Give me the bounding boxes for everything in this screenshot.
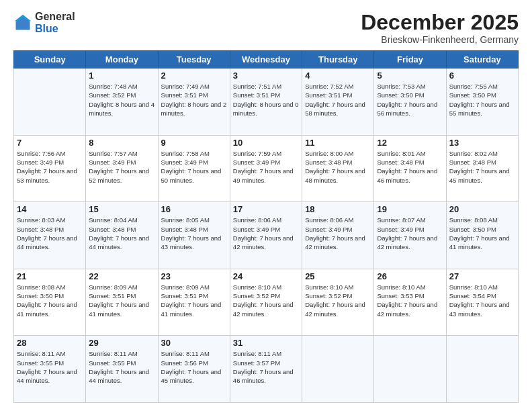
cell-w5-d4: 31Sunrise: 8:11 AM Sunset: 3:57 PM Dayli… xyxy=(230,336,302,403)
cell-w5-d5 xyxy=(302,336,374,403)
day-info-9: Sunrise: 7:58 AM Sunset: 3:49 PM Dayligh… xyxy=(161,149,227,185)
cell-w1-d1 xyxy=(14,68,86,136)
day-number-11: 11 xyxy=(305,138,371,148)
day-info-26: Sunrise: 8:10 AM Sunset: 3:53 PM Dayligh… xyxy=(377,283,443,318)
day-number-25: 25 xyxy=(305,271,371,281)
cell-w2-d7: 13Sunrise: 8:02 AM Sunset: 3:48 PM Dayli… xyxy=(446,135,518,202)
col-thursday: Thursday xyxy=(302,51,374,68)
day-number-18: 18 xyxy=(305,204,371,214)
day-info-17: Sunrise: 8:06 AM Sunset: 3:49 PM Dayligh… xyxy=(233,216,299,251)
cell-w1-d3: 2Sunrise: 7:49 AM Sunset: 3:51 PM Daylig… xyxy=(158,68,230,136)
day-info-24: Sunrise: 8:10 AM Sunset: 3:52 PM Dayligh… xyxy=(233,283,299,318)
col-tuesday: Tuesday xyxy=(158,51,230,68)
day-info-13: Sunrise: 8:02 AM Sunset: 3:48 PM Dayligh… xyxy=(449,149,515,185)
col-monday: Monday xyxy=(86,51,158,68)
day-info-29: Sunrise: 8:11 AM Sunset: 3:55 PM Dayligh… xyxy=(89,349,154,385)
cell-w4-d5: 25Sunrise: 8:10 AM Sunset: 3:52 PM Dayli… xyxy=(302,269,374,336)
day-number-30: 30 xyxy=(161,338,227,348)
day-info-12: Sunrise: 8:01 AM Sunset: 3:48 PM Dayligh… xyxy=(377,149,443,185)
day-info-25: Sunrise: 8:10 AM Sunset: 3:52 PM Dayligh… xyxy=(305,283,371,318)
cell-w4-d3: 23Sunrise: 8:09 AM Sunset: 3:51 PM Dayli… xyxy=(158,269,230,336)
cell-w4-d1: 21Sunrise: 8:08 AM Sunset: 3:50 PM Dayli… xyxy=(14,269,86,336)
day-number-10: 10 xyxy=(233,138,299,148)
day-number-12: 12 xyxy=(377,138,443,148)
day-info-15: Sunrise: 8:04 AM Sunset: 3:48 PM Dayligh… xyxy=(89,216,154,251)
cell-w1-d5: 4Sunrise: 7:52 AM Sunset: 3:51 PM Daylig… xyxy=(302,68,374,136)
day-info-4: Sunrise: 7:52 AM Sunset: 3:51 PM Dayligh… xyxy=(305,82,371,118)
cell-w1-d7: 6Sunrise: 7:55 AM Sunset: 3:50 PM Daylig… xyxy=(446,68,518,136)
day-info-5: Sunrise: 7:53 AM Sunset: 3:50 PM Dayligh… xyxy=(377,82,443,118)
day-number-14: 14 xyxy=(17,204,83,214)
day-info-30: Sunrise: 8:11 AM Sunset: 3:56 PM Dayligh… xyxy=(161,349,227,385)
header: General Blue December 2025 Brieskow-Fink… xyxy=(13,11,519,45)
day-number-16: 16 xyxy=(161,204,227,214)
day-number-23: 23 xyxy=(161,271,227,281)
cell-w5-d7 xyxy=(446,336,518,403)
day-number-6: 6 xyxy=(449,71,515,81)
location: Brieskow-Finkenheerd, Germany xyxy=(361,34,519,45)
day-number-8: 8 xyxy=(89,138,154,148)
logo-general: General xyxy=(35,11,75,23)
cell-w3-d4: 17Sunrise: 8:06 AM Sunset: 3:49 PM Dayli… xyxy=(230,202,302,269)
day-info-1: Sunrise: 7:48 AM Sunset: 3:52 PM Dayligh… xyxy=(89,82,154,118)
day-info-10: Sunrise: 7:59 AM Sunset: 3:49 PM Dayligh… xyxy=(233,149,299,185)
cell-w2-d4: 10Sunrise: 7:59 AM Sunset: 3:49 PM Dayli… xyxy=(230,135,302,202)
cell-w5-d6 xyxy=(374,336,446,403)
cell-w2-d2: 8Sunrise: 7:57 AM Sunset: 3:49 PM Daylig… xyxy=(86,135,158,202)
day-number-7: 7 xyxy=(17,138,83,148)
day-info-18: Sunrise: 8:06 AM Sunset: 3:49 PM Dayligh… xyxy=(305,216,371,251)
month-title: December 2025 xyxy=(361,11,519,34)
day-number-27: 27 xyxy=(449,271,515,281)
logo-blue: Blue xyxy=(35,23,75,35)
day-number-4: 4 xyxy=(305,71,371,81)
day-number-3: 3 xyxy=(233,71,299,81)
day-info-16: Sunrise: 8:05 AM Sunset: 3:48 PM Dayligh… xyxy=(161,216,227,251)
col-friday: Friday xyxy=(374,51,446,68)
day-number-20: 20 xyxy=(449,204,515,214)
cell-w4-d7: 27Sunrise: 8:10 AM Sunset: 3:54 PM Dayli… xyxy=(446,269,518,336)
cell-w5-d3: 30Sunrise: 8:11 AM Sunset: 3:56 PM Dayli… xyxy=(158,336,230,403)
day-number-21: 21 xyxy=(17,271,83,281)
day-info-3: Sunrise: 7:51 AM Sunset: 3:51 PM Dayligh… xyxy=(233,82,299,118)
day-info-28: Sunrise: 8:11 AM Sunset: 3:55 PM Dayligh… xyxy=(17,349,83,385)
calendar-header-row: Sunday Monday Tuesday Wednesday Thursday… xyxy=(14,51,519,68)
cell-w2-d5: 11Sunrise: 8:00 AM Sunset: 3:48 PM Dayli… xyxy=(302,135,374,202)
day-info-23: Sunrise: 8:09 AM Sunset: 3:51 PM Dayligh… xyxy=(161,283,227,318)
cell-w2-d1: 7Sunrise: 7:56 AM Sunset: 3:49 PM Daylig… xyxy=(14,135,86,202)
cell-w2-d6: 12Sunrise: 8:01 AM Sunset: 3:48 PM Dayli… xyxy=(374,135,446,202)
day-info-21: Sunrise: 8:08 AM Sunset: 3:50 PM Dayligh… xyxy=(17,283,83,318)
cell-w5-d1: 28Sunrise: 8:11 AM Sunset: 3:55 PM Dayli… xyxy=(14,336,86,403)
week-row-5: 28Sunrise: 8:11 AM Sunset: 3:55 PM Dayli… xyxy=(14,336,519,403)
week-row-4: 21Sunrise: 8:08 AM Sunset: 3:50 PM Dayli… xyxy=(14,269,519,336)
title-section: December 2025 Brieskow-Finkenheerd, Germ… xyxy=(361,11,519,45)
cell-w1-d4: 3Sunrise: 7:51 AM Sunset: 3:51 PM Daylig… xyxy=(230,68,302,136)
day-number-24: 24 xyxy=(233,271,299,281)
logo-text: General Blue xyxy=(35,11,75,34)
day-number-2: 2 xyxy=(161,71,227,81)
calendar-table: Sunday Monday Tuesday Wednesday Thursday… xyxy=(13,50,519,403)
cell-w1-d2: 1Sunrise: 7:48 AM Sunset: 3:52 PM Daylig… xyxy=(86,68,158,136)
cell-w3-d5: 18Sunrise: 8:06 AM Sunset: 3:49 PM Dayli… xyxy=(302,202,374,269)
day-number-29: 29 xyxy=(89,338,154,348)
day-info-2: Sunrise: 7:49 AM Sunset: 3:51 PM Dayligh… xyxy=(161,82,227,118)
day-info-19: Sunrise: 8:07 AM Sunset: 3:49 PM Dayligh… xyxy=(377,216,443,251)
calendar-body: 1Sunrise: 7:48 AM Sunset: 3:52 PM Daylig… xyxy=(14,68,519,403)
week-row-1: 1Sunrise: 7:48 AM Sunset: 3:52 PM Daylig… xyxy=(14,68,519,136)
cell-w4-d2: 22Sunrise: 8:09 AM Sunset: 3:51 PM Dayli… xyxy=(86,269,158,336)
week-row-3: 14Sunrise: 8:03 AM Sunset: 3:48 PM Dayli… xyxy=(14,202,519,269)
cell-w1-d6: 5Sunrise: 7:53 AM Sunset: 3:50 PM Daylig… xyxy=(374,68,446,136)
cell-w5-d2: 29Sunrise: 8:11 AM Sunset: 3:55 PM Dayli… xyxy=(86,336,158,403)
day-number-22: 22 xyxy=(89,271,154,281)
svg-marker-0 xyxy=(16,15,30,30)
day-number-9: 9 xyxy=(161,138,227,148)
cell-w3-d1: 14Sunrise: 8:03 AM Sunset: 3:48 PM Dayli… xyxy=(14,202,86,269)
day-info-11: Sunrise: 8:00 AM Sunset: 3:48 PM Dayligh… xyxy=(305,149,371,185)
col-saturday: Saturday xyxy=(446,51,518,68)
cell-w3-d7: 20Sunrise: 8:08 AM Sunset: 3:50 PM Dayli… xyxy=(446,202,518,269)
day-number-1: 1 xyxy=(89,71,154,81)
day-number-31: 31 xyxy=(233,338,299,348)
day-info-27: Sunrise: 8:10 AM Sunset: 3:54 PM Dayligh… xyxy=(449,283,515,318)
day-number-19: 19 xyxy=(377,204,443,214)
day-info-20: Sunrise: 8:08 AM Sunset: 3:50 PM Dayligh… xyxy=(449,216,515,251)
day-info-7: Sunrise: 7:56 AM Sunset: 3:49 PM Dayligh… xyxy=(17,149,83,185)
